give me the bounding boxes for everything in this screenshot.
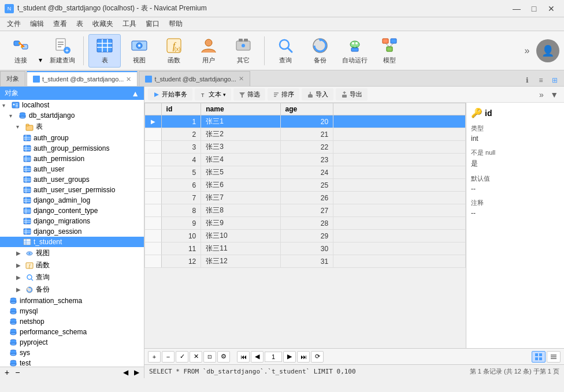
sidebar-item-sys[interactable]: sys [0,348,144,358]
toolbar-backup-button[interactable]: 备份 [304,34,336,68]
list-view-button[interactable] [547,351,561,363]
toolbar-new-query-button[interactable]: + 新建查询 [46,34,79,68]
th-name[interactable]: name [201,103,280,115]
table-row[interactable]: 10张三1029 [145,230,466,242]
user-avatar[interactable]: 👤 [536,39,559,62]
sidebar-item-views-folder[interactable]: ▶ 视图 [0,247,144,259]
table-row[interactable]: 4张三423 [145,154,466,166]
table-container[interactable]: id name age ▶1张三1202张三2213张三3224张三4235张三… [144,103,466,348]
next-page-button[interactable]: ▶ [283,351,296,363]
sidebar-collapse[interactable]: ▲ [131,89,139,98]
sidebar-item-queries-folder[interactable]: ▶ 查询 [0,271,144,283]
table-row[interactable]: 11张三1130 [145,242,466,255]
sidebar-add-btn[interactable]: + [2,368,12,377]
tab-info-btn[interactable]: ℹ [521,74,533,86]
tab2-close[interactable]: ✕ [239,75,244,83]
text-dropdown[interactable]: ▾ [223,92,226,98]
menu-file[interactable]: 文件 [2,18,25,30]
sidebar-item-functions-folder[interactable]: ▶ f 函数 [0,259,144,271]
menu-help[interactable]: 帮助 [164,18,187,30]
connect-dropdown[interactable]: ▾ [37,34,44,68]
sidebar-item-django-session[interactable]: django_session [0,226,144,237]
toolbar-view-button[interactable]: 视图 [123,34,155,68]
th-age[interactable]: age [280,103,333,115]
delete-record-button[interactable]: − [162,351,175,363]
toolbar-query-button[interactable]: 查询 [269,34,302,68]
menu-table[interactable]: 表 [72,18,88,30]
tab-grid-btn[interactable]: ⊞ [549,74,561,86]
text-button[interactable]: T 文本 ▾ [195,88,231,100]
duplicate-record-button[interactable]: ⊡ [203,351,216,363]
table-row[interactable]: 9张三928 [145,217,466,230]
sidebar-item-netshop[interactable]: netshop [0,316,144,327]
table-row[interactable]: 3张三322 [145,141,466,154]
prev-page-button[interactable]: ◀ [251,351,264,363]
refresh-button[interactable]: ⟳ [311,351,324,363]
toolbar-user-button[interactable]: 用户 [192,34,225,68]
sidebar-item-test[interactable]: test [0,358,144,367]
object-bar-more[interactable]: » [537,90,546,99]
th-id[interactable]: id [161,103,201,115]
toolbar-function-button[interactable]: f (x) 函数 [158,34,190,68]
maximize-button[interactable]: □ [526,3,542,14]
toolbar-other-button[interactable]: 其它 [227,34,259,68]
sidebar-remove-btn[interactable]: − [13,368,22,377]
settings-button[interactable]: ⚙ [217,351,230,363]
toolbar-connect-button[interactable]: 连接 [5,34,37,68]
start-transaction-button[interactable]: 开始事务 [148,88,192,100]
sidebar-scroll-left[interactable]: ◀ [121,368,131,376]
sidebar-item-auth-group-permissions[interactable]: auth_group_permissions [0,143,144,154]
toolbar-more-button[interactable]: » [521,40,533,61]
sidebar-item-auth-group[interactable]: auth_group [0,133,144,143]
sidebar-item-performance-schema[interactable]: performance_schema [0,327,144,337]
filter-button[interactable]: 筛选 [233,88,265,100]
sort-button[interactable]: 排序 [268,88,299,100]
confirm-edit-button[interactable]: ✓ [176,351,188,363]
table-row[interactable]: 8张三827 [145,204,466,217]
menu-view[interactable]: 查看 [49,18,72,30]
tab-objects[interactable]: 对象 [0,71,25,86]
last-page-button[interactable]: ⏭ [297,351,310,363]
sidebar-item-localhost[interactable]: ▾ localhost [0,100,144,110]
object-bar-scroll[interactable]: ▼ [548,90,561,99]
toolbar-table-button[interactable]: 表 [88,34,121,68]
import-button[interactable]: 导入 [302,88,333,100]
menu-edit[interactable]: 编辑 [25,18,49,30]
add-record-button[interactable]: + [148,351,161,363]
sidebar-item-auth-permission[interactable]: auth_permission [0,154,144,164]
tab-list-btn[interactable]: ≡ [535,74,547,86]
toolbar-autorun-button[interactable]: 自动运行 [339,34,371,68]
sidebar-item-mysql[interactable]: mysql [0,306,144,316]
first-page-button[interactable]: ⏮ [237,351,250,363]
menu-window[interactable]: 窗口 [141,18,164,30]
sidebar-item-tables-folder[interactable]: ▾ 表 [0,121,144,133]
sidebar-item-django-admin-log[interactable]: django_admin_log [0,195,144,206]
sidebar-scroll-right[interactable]: ▶ [132,368,142,376]
sidebar-item-django-migrations[interactable]: django_migrations [0,216,144,226]
menu-favorites[interactable]: 收藏夹 [88,18,118,30]
toolbar-model-button[interactable]: 模型 [373,34,406,68]
table-row[interactable]: 12张三1231 [145,255,466,268]
cancel-edit-button[interactable]: ✕ [190,351,202,363]
table-row[interactable]: 7张三726 [145,192,466,204]
sidebar-scroll[interactable]: ▾ localhost ▾ [0,100,144,367]
tab-table2[interactable]: t_student @db_startdjango... ✕ [139,71,250,86]
sidebar-item-information-schema[interactable]: information_schema [0,296,144,306]
grid-view-button[interactable] [532,351,546,363]
sidebar-item-db-startdjango[interactable]: ▾ db_startdjango [0,110,144,121]
table-row[interactable]: 6张三625 [145,179,466,192]
sidebar-item-pyproject[interactable]: pyproject [0,337,144,348]
sidebar-item-t-student[interactable]: t_student [0,237,144,247]
minimize-button[interactable]: — [509,3,525,14]
sidebar-item-backups-folder[interactable]: ▶ 备份 [0,283,144,296]
table-row[interactable]: 5张三524 [145,166,466,179]
tab1-close[interactable]: ✕ [126,76,131,83]
sidebar-item-auth-user-groups[interactable]: auth_user_groups [0,174,144,185]
table-row[interactable]: 2张三221 [145,128,466,141]
sidebar-item-auth-user[interactable]: auth_user [0,164,144,174]
page-input[interactable] [265,352,282,362]
menu-tools[interactable]: 工具 [118,18,141,30]
table-row[interactable]: ▶1张三120 [145,115,466,128]
sidebar-item-django-content-type[interactable]: django_content_type [0,206,144,216]
sidebar-item-auth-user-user-permissions[interactable]: auth_user_user_permissio [0,185,144,195]
